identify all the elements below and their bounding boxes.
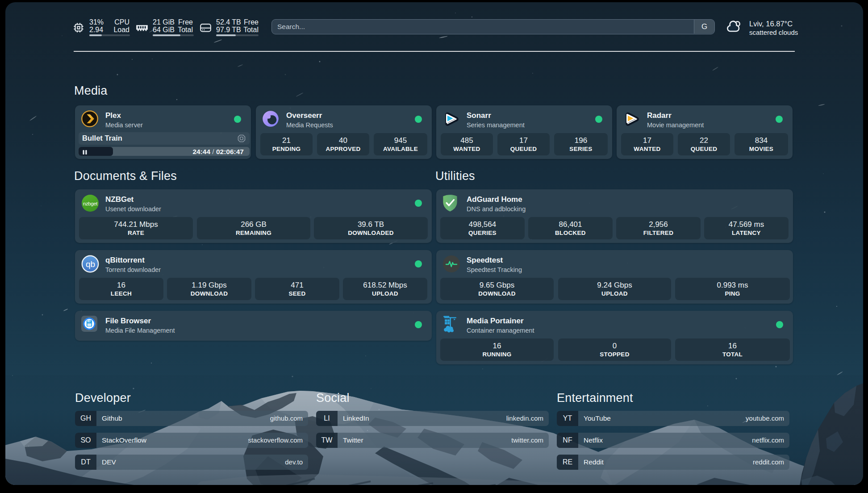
svg-text:nzbget: nzbget [83, 201, 98, 206]
svg-text:qb: qb [86, 259, 95, 269]
